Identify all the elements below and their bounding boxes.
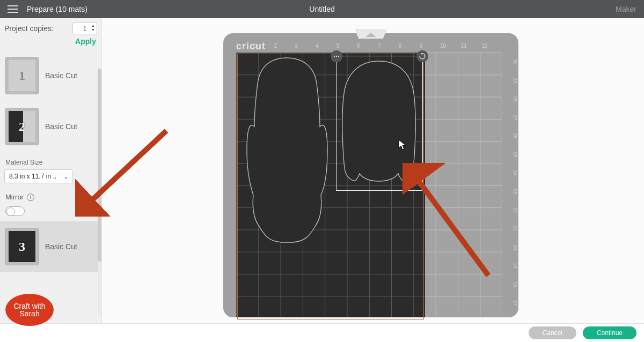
selection-rotate-handle[interactable] bbox=[416, 50, 428, 62]
cancel-button[interactable]: Cancel bbox=[529, 326, 576, 339]
mat-thumb-1: 1 bbox=[5, 57, 39, 94]
bottom-bar: Cancel Continue bbox=[0, 323, 644, 342]
material-size-select[interactable]: 8.3 in x 11.7 in .. ⌄ bbox=[4, 169, 73, 183]
prepare-title: Prepare (10 mats) bbox=[27, 5, 87, 13]
project-copies-stepper[interactable]: 1 ▲▼ bbox=[72, 23, 97, 34]
selection-more-handle[interactable] bbox=[331, 50, 342, 62]
mat-label: Basic Cut bbox=[45, 122, 77, 131]
svg-point-2 bbox=[338, 56, 339, 57]
svg-point-1 bbox=[336, 56, 337, 57]
sidebar-scrollbar[interactable] bbox=[98, 69, 101, 315]
mat-item-1[interactable]: 1 Basic Cut bbox=[0, 50, 101, 101]
mirror-row: Mirror i bbox=[0, 183, 101, 204]
project-copies-label: Project copies: bbox=[4, 24, 54, 33]
apply-button[interactable]: Apply bbox=[75, 37, 96, 46]
project-copies-row: Project copies: 1 ▲▼ bbox=[0, 18, 101, 36]
watermark-logo: Craft with Sarah bbox=[5, 294, 54, 326]
cursor-icon bbox=[398, 139, 407, 150]
sidebar: Project copies: 1 ▲▼ Apply 1 Basic Cut 2… bbox=[0, 18, 102, 323]
mat-preview[interactable]: cricut 123456789101112 30292827262524232… bbox=[223, 33, 518, 317]
machine-label: Maker bbox=[616, 5, 636, 13]
mirror-label: Mirror bbox=[5, 193, 24, 201]
project-title: Untitled bbox=[309, 5, 334, 13]
mat-thumb-2: 2 bbox=[5, 108, 39, 145]
chevron-down-icon: ⌄ bbox=[64, 174, 68, 180]
mat-item-2[interactable]: 2 Basic Cut bbox=[0, 101, 101, 152]
continue-button[interactable]: Continue bbox=[583, 326, 636, 339]
mat-list: 1 Basic Cut 2 Basic Cut Material Size 8.… bbox=[0, 50, 101, 323]
svg-point-0 bbox=[334, 56, 335, 57]
mirror-toggle[interactable] bbox=[5, 206, 25, 216]
mat-grid bbox=[236, 53, 502, 317]
mat-label: Basic Cut bbox=[45, 71, 77, 80]
top-bar: Prepare (10 mats) Untitled Maker bbox=[0, 0, 644, 18]
selection-box[interactable] bbox=[336, 56, 423, 191]
menu-icon[interactable] bbox=[8, 5, 18, 13]
mat-thumb-3: 3 bbox=[5, 228, 39, 265]
mat-tab-icon bbox=[355, 29, 387, 39]
main-area: Project copies: 1 ▲▼ Apply 1 Basic Cut 2… bbox=[0, 18, 644, 323]
ruler-right: 3029282726252423222120191817 bbox=[504, 53, 513, 312]
cut-shape-1[interactable] bbox=[244, 57, 330, 244]
ruler-top: 123456789101112 bbox=[253, 43, 502, 51]
material-size-label: Material Size bbox=[0, 152, 101, 169]
mat-label: Basic Cut bbox=[45, 242, 77, 251]
canvas-area: − 75% + cricut 123456789101112 302928272… bbox=[102, 18, 644, 323]
mat-item-3[interactable]: 3 Basic Cut bbox=[0, 221, 101, 272]
info-icon[interactable]: i bbox=[27, 194, 34, 201]
